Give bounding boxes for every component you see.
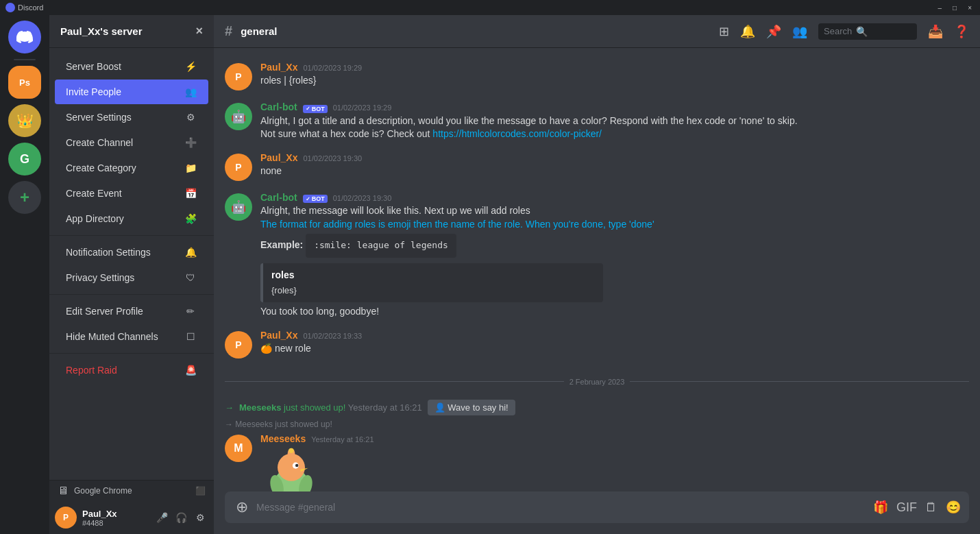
app-directory-label: App Directory — [66, 213, 124, 224]
table-row: P Paul_Xx 01/02/2023 19:29 roles | {role… — [214, 59, 980, 93]
message-text: roles | {roles} — [260, 74, 969, 88]
create-category-label: Create Category — [66, 162, 136, 173]
members-icon[interactable]: 👥 — [792, 24, 807, 39]
sidebar-item-create-category[interactable]: Create Category 📁 — [55, 156, 208, 180]
bell-icon[interactable]: 🔔 — [740, 24, 755, 39]
maximize-button[interactable]: □ — [950, 4, 959, 12]
sidebar-item-server-boost[interactable]: Server Boost ⚡ — [55, 54, 208, 79]
server-settings-label: Server Settings — [66, 112, 132, 123]
sidebar-item-report-raid[interactable]: Report Raid 🚨 — [55, 358, 208, 383]
close-button[interactable]: × — [965, 4, 975, 12]
channel-name: general — [241, 25, 277, 37]
server-icon-crown[interactable]: 👑 — [8, 104, 41, 137]
add-server-button[interactable]: + — [8, 181, 41, 214]
hex-link[interactable]: https://htmlcolorcodes.com/color-picker/ — [432, 128, 602, 139]
help-icon[interactable]: ❓ — [954, 24, 969, 39]
attach-button[interactable]: ⊕ — [233, 491, 251, 523]
avatar: P — [225, 331, 252, 359]
sidebar-item-server-settings[interactable]: Server Settings ⚙ — [55, 105, 208, 130]
minimize-button[interactable]: – — [935, 4, 945, 12]
window-controls: – □ × — [935, 4, 975, 12]
channel-area: # general ⊞ 🔔 📌 👥 Search 🔍 📥 ❓ P — [214, 15, 980, 534]
menu-divider3 — [49, 353, 214, 354]
message-content: Paul_Xx 01/02/2023 19:29 roles | {roles} — [260, 62, 969, 90]
sidebar-item-privacy-settings[interactable]: Privacy Settings 🛡 — [55, 265, 208, 290]
server-divider — [14, 59, 36, 60]
table-row: P Paul_Xx 01/02/2023 19:30 none — [214, 149, 980, 184]
sidebar-item-notification-settings[interactable]: Notification Settings 🔔 — [55, 240, 208, 265]
avatar: P — [55, 507, 77, 529]
server-name: Paul_Xx's server — [60, 25, 143, 37]
server-icon-ps[interactable]: Ps — [8, 66, 41, 99]
message-field[interactable] — [256, 495, 868, 520]
screen-share-action-icon[interactable]: ⬛ — [195, 486, 206, 496]
wave-button[interactable]: 👤 Wave to say hi! — [428, 400, 515, 415]
avatar: 🤖 — [225, 103, 252, 130]
pin-icon[interactable]: 📌 — [766, 24, 781, 39]
search-placeholder: Search — [824, 26, 852, 36]
hide-muted-channels-label: Hide Muted Channels — [66, 331, 158, 342]
deafen-button[interactable]: 🎧 — [173, 509, 189, 526]
sidebar-item-create-event[interactable]: Create Event 📅 — [55, 181, 208, 206]
message-text: none — [260, 165, 969, 178]
sidebar-item-edit-server-profile[interactable]: Edit Server Profile ✏ — [55, 299, 208, 324]
app-title: Discord — [18, 3, 43, 12]
hashtag-grid-icon[interactable]: ⊞ — [719, 24, 729, 39]
message-header: Paul_Xx 01/02/2023 19:33 — [260, 330, 969, 341]
embed-text: {roles} — [271, 284, 595, 297]
close-sidebar-button[interactable]: × — [195, 24, 203, 38]
footer-icons: 🎤 🎧 ⚙ — [154, 509, 208, 526]
user-tag: #4488 — [82, 519, 148, 527]
server-icon-discord[interactable] — [8, 21, 41, 53]
sidebar-item-invite-people[interactable]: Invite People 👥 — [55, 80, 208, 104]
table-row: 🤖 Carl-bot ✓ BOT 01/02/2023 19:30 Alrigh… — [214, 189, 980, 321]
message-content: Carl-bot ✓ BOT 01/02/2023 19:30 Alright,… — [260, 192, 969, 319]
create-category-icon: 📁 — [184, 161, 197, 175]
message-author: Paul_Xx — [260, 152, 297, 163]
search-box[interactable]: Search 🔍 — [818, 23, 917, 40]
date-line — [225, 381, 564, 382]
code-block: :smile: league of legends — [306, 234, 456, 257]
gift-icon[interactable]: 🎁 — [873, 500, 888, 515]
join-arrow-icon: → — [225, 402, 234, 413]
avatar: P — [225, 63, 252, 90]
message-text: Alright, the message will look like this… — [260, 204, 969, 319]
date-line — [630, 381, 969, 382]
edit-server-profile-label: Edit Server Profile — [66, 306, 143, 317]
server-icon-green[interactable]: G — [8, 143, 41, 175]
table-row: M Meeseeks Yesterday at 16:21 — [214, 430, 980, 491]
create-channel-label: Create Channel — [66, 137, 133, 148]
invite-people-icon: 👥 — [184, 85, 197, 99]
message-timestamp: 01/02/2023 19:30 — [303, 154, 362, 162]
bot-badge: ✓ BOT — [303, 105, 328, 113]
app-logo — [5, 3, 15, 12]
notification-settings-icon: 🔔 — [184, 245, 197, 259]
sidebar-item-create-channel[interactable]: Create Channel ➕ — [55, 130, 208, 155]
sidebar-menu: Server Boost ⚡ Invite People 👥 Server Se… — [49, 48, 214, 480]
embed-block: roles {roles} — [260, 263, 603, 303]
report-raid-label: Report Raid — [66, 365, 117, 376]
menu-divider — [49, 235, 214, 236]
gif-icon[interactable]: GIF — [896, 500, 917, 515]
username: Paul_Xx — [82, 509, 148, 519]
message-timestamp: 01/02/2023 19:29 — [333, 104, 392, 112]
sidebar: Paul_Xx's server × Server Boost ⚡ Invite… — [49, 15, 214, 534]
settings-button[interactable]: ⚙ — [192, 509, 208, 526]
bird-image — [260, 446, 322, 491]
channel-hash-icon: # — [225, 23, 232, 39]
emoji-icon[interactable]: 😊 — [946, 500, 961, 515]
sticker-icon[interactable]: 🗒 — [925, 500, 938, 515]
message-input-box: ⊕ 🎁 GIF 🗒 😊 — [225, 491, 969, 523]
inbox-icon[interactable]: 📥 — [928, 24, 943, 39]
create-channel-icon: ➕ — [184, 136, 197, 149]
sidebar-item-app-directory[interactable]: App Directory 🧩 — [55, 206, 208, 231]
message-header: Paul_Xx 01/02/2023 19:29 — [260, 62, 969, 73]
privacy-settings-icon: 🛡 — [184, 271, 197, 284]
bot-badge: ✓ BOT — [303, 195, 328, 203]
message-content: Paul_Xx 01/02/2023 19:33 🍊 new role — [260, 330, 969, 359]
join-text: Meeseeks just showed up! Yesterday at 16… — [239, 402, 422, 413]
user-info: Paul_Xx #4488 — [82, 509, 148, 527]
mute-button[interactable]: 🎤 — [154, 509, 170, 526]
sidebar-item-hide-muted-channels[interactable]: Hide Muted Channels ☐ — [55, 324, 208, 349]
message-author: Carl-bot — [260, 192, 297, 203]
